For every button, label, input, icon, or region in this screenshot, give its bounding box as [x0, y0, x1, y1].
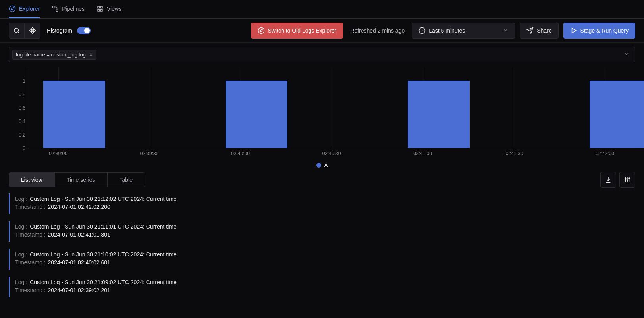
view-row: List view Time series Table: [9, 172, 635, 188]
clock-icon: [418, 27, 426, 34]
chart-bar[interactable]: [408, 81, 470, 148]
chart-legend: A: [0, 162, 644, 168]
svg-point-3: [56, 10, 58, 12]
log-timestamp: 2024-07-01 02:41:01.801: [48, 231, 110, 238]
svg-rect-4: [98, 6, 100, 8]
x-tick: 02:41:00: [413, 151, 432, 156]
log-item[interactable]: Log :Custom Log - Sun Jun 30 21:09:02 UT…: [9, 277, 635, 297]
search-icon: [13, 27, 20, 34]
histogram-toggle[interactable]: [77, 27, 91, 34]
legend-dot-icon: [316, 163, 321, 168]
log-message: Custom Log - Sun Jun 30 21:09:02 UTC 202…: [30, 279, 177, 285]
view-segment: List view Time series Table: [9, 172, 145, 187]
view-timeseries-button[interactable]: Time series: [54, 173, 107, 187]
svg-marker-15: [572, 28, 576, 33]
svg-point-8: [14, 28, 19, 33]
filter-chip[interactable]: log.file.name = custom_log.log ✕: [12, 50, 96, 60]
svg-point-2: [52, 6, 54, 8]
log-list: Log :Custom Log - Sun Jun 30 21:12:02 UT…: [9, 193, 635, 297]
view-list-button[interactable]: List view: [9, 173, 54, 187]
pipeline-icon: [52, 5, 59, 12]
query-type-group: [9, 23, 40, 39]
views-icon: [96, 5, 104, 12]
search-mode-button[interactable]: [9, 23, 25, 39]
atom-icon: [29, 27, 36, 34]
x-tick: 02:41:30: [505, 151, 523, 156]
y-tick: 0.6: [19, 105, 25, 111]
chevron-down-icon[interactable]: [621, 51, 632, 58]
run-query-button[interactable]: Stage & Run Query: [563, 23, 635, 39]
switch-old-explorer-button[interactable]: Switch to Old Logs Explorer: [251, 23, 343, 39]
timestamp-key: Timestamp :: [15, 287, 46, 293]
chart-bar[interactable]: [226, 81, 287, 148]
x-tick: 02:39:00: [49, 151, 67, 156]
y-axis: 00.20.40.60.81: [9, 67, 28, 148]
chart-bar[interactable]: [590, 81, 644, 148]
share-label: Share: [537, 27, 551, 34]
run-label: Stage & Run Query: [580, 27, 629, 34]
y-tick: 0.4: [19, 119, 25, 124]
log-timestamp: 2024-07-01 02:42:02.200: [48, 204, 110, 210]
export-button[interactable]: [600, 172, 616, 188]
chart-plot[interactable]: [28, 67, 635, 148]
tab-explorer[interactable]: Explorer: [9, 0, 40, 18]
svg-rect-6: [98, 10, 100, 12]
filter-bar[interactable]: log.file.name = custom_log.log ✕: [9, 47, 635, 62]
log-key: Log :: [15, 251, 27, 258]
svg-marker-1: [11, 8, 13, 10]
atom-mode-button[interactable]: [25, 23, 40, 39]
x-tick: 02:40:00: [231, 151, 250, 156]
svg-marker-13: [260, 29, 262, 32]
tab-pipelines[interactable]: Pipelines: [52, 0, 85, 18]
x-tick: 02:42:00: [596, 151, 614, 156]
histogram-label: Histogram: [47, 27, 72, 34]
y-tick: 0.8: [19, 92, 25, 97]
svg-rect-5: [100, 6, 102, 8]
svg-rect-7: [100, 10, 102, 12]
timestamp-key: Timestamp :: [15, 231, 46, 238]
sliders-icon: [624, 176, 631, 183]
chart-bar[interactable]: [43, 81, 105, 148]
log-key: Log :: [15, 196, 27, 202]
log-message: Custom Log - Sun Jun 30 21:12:02 UTC 202…: [30, 196, 177, 202]
view-table-button[interactable]: Table: [107, 173, 145, 187]
tab-views-label: Views: [107, 6, 121, 12]
log-item[interactable]: Log :Custom Log - Sun Jun 30 21:11:01 UT…: [9, 221, 635, 242]
send-icon: [526, 27, 534, 34]
timestamp-key: Timestamp :: [15, 259, 46, 266]
time-range-label: Last 5 minutes: [429, 27, 465, 34]
switch-old-label: Switch to Old Logs Explorer: [268, 27, 337, 34]
legend-label: A: [324, 162, 328, 168]
chevron-down-icon: [503, 27, 508, 34]
log-key: Log :: [15, 279, 27, 285]
play-icon: [570, 27, 577, 34]
compass-icon: [258, 27, 265, 34]
y-tick: 1: [23, 78, 25, 84]
log-timestamp: 2024-07-01 02:39:02.201: [48, 287, 110, 293]
toolbar: Histogram Switch to Old Logs Explorer Re…: [0, 19, 644, 43]
log-message: Custom Log - Sun Jun 30 21:11:01 UTC 202…: [30, 224, 177, 230]
x-tick: 02:39:30: [140, 151, 159, 156]
y-tick: 0: [23, 146, 25, 151]
histogram-chart: 00.20.40.60.81: [9, 67, 635, 148]
log-key: Log :: [15, 224, 27, 230]
log-item[interactable]: Log :Custom Log - Sun Jun 30 21:12:02 UT…: [9, 193, 635, 214]
tab-views[interactable]: Views: [96, 0, 121, 18]
svg-point-0: [10, 6, 15, 12]
svg-point-9: [32, 30, 33, 31]
compass-icon: [9, 5, 16, 12]
tab-explorer-label: Explorer: [19, 6, 40, 12]
tab-pipelines-label: Pipelines: [62, 6, 85, 12]
timestamp-key: Timestamp :: [15, 204, 46, 210]
log-item[interactable]: Log :Custom Log - Sun Jun 30 21:10:02 UT…: [9, 249, 635, 270]
top-tabs: Explorer Pipelines Views: [0, 0, 644, 19]
log-timestamp: 2024-07-01 02:40:02.601: [48, 259, 110, 266]
log-message: Custom Log - Sun Jun 30 21:10:02 UTC 202…: [30, 251, 177, 258]
settings-button[interactable]: [619, 172, 635, 188]
refreshed-text: Refreshed 2 mins ago: [350, 27, 405, 34]
time-range-select[interactable]: Last 5 minutes: [412, 23, 515, 39]
share-button[interactable]: Share: [520, 23, 558, 39]
download-icon: [605, 176, 612, 183]
filter-chip-text: log.file.name = custom_log.log: [16, 52, 86, 58]
close-icon[interactable]: ✕: [89, 52, 93, 58]
